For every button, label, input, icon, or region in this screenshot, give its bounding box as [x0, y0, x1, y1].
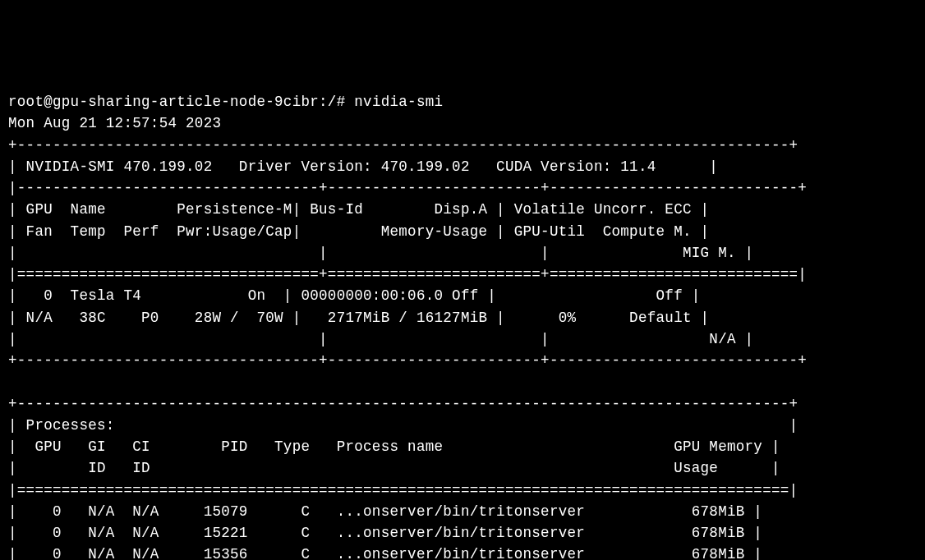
proc-table-top-border: +---------------------------------------… [8, 396, 798, 412]
proc-table-title: | Processes: | [8, 417, 798, 434]
proc-header-row-2: | ID ID Usage | [8, 460, 780, 476]
gpu-data-row-1: | 0 Tesla T4 On | 00000000:00:06.0 Off |… [8, 287, 701, 304]
smi-version-line: | NVIDIA-SMI 470.199.02 Driver Version: … [8, 158, 718, 175]
gpu-data-row-2: | N/A 38C P0 28W / 70W | 2717MiB / 16127… [8, 310, 709, 326]
table-separator: |----------------------------------+----… [8, 180, 807, 196]
table-row: | 0 N/A N/A 15079 C ...onserver/bin/trit… [8, 503, 762, 520]
shell-command[interactable]: nvidia-smi [354, 94, 443, 110]
terminal-output: root@gpu-sharing-article-node-9cibr:/# n… [8, 91, 917, 560]
table-row: | 0 N/A N/A 15356 C ...onserver/bin/trit… [8, 546, 762, 560]
table-row: | 0 N/A N/A 15221 C ...onserver/bin/trit… [8, 525, 762, 541]
gpu-header-row-3: | | | MIG M. | [8, 245, 753, 261]
gpu-data-row-3: | | | N/A | [8, 331, 753, 347]
shell-prompt: root@gpu-sharing-article-node-9cibr:/# [8, 94, 354, 110]
gpu-header-row-1: | GPU Name Persistence-M| Bus-Id Disp.A … [8, 201, 709, 218]
table-bottom-border: +----------------------------------+----… [8, 352, 807, 369]
proc-eq-separator: |=======================================… [8, 482, 798, 498]
table-top-border: +---------------------------------------… [8, 137, 798, 154]
gpu-header-row-2: | Fan Temp Perf Pwr:Usage/Cap| Memory-Us… [8, 223, 709, 240]
table-eq-separator: |==================================+====… [8, 266, 807, 282]
proc-header-row-1: | GPU GI CI PID Type Process name GPU Me… [8, 438, 780, 455]
timestamp-line: Mon Aug 21 12:57:54 2023 [8, 115, 221, 131]
